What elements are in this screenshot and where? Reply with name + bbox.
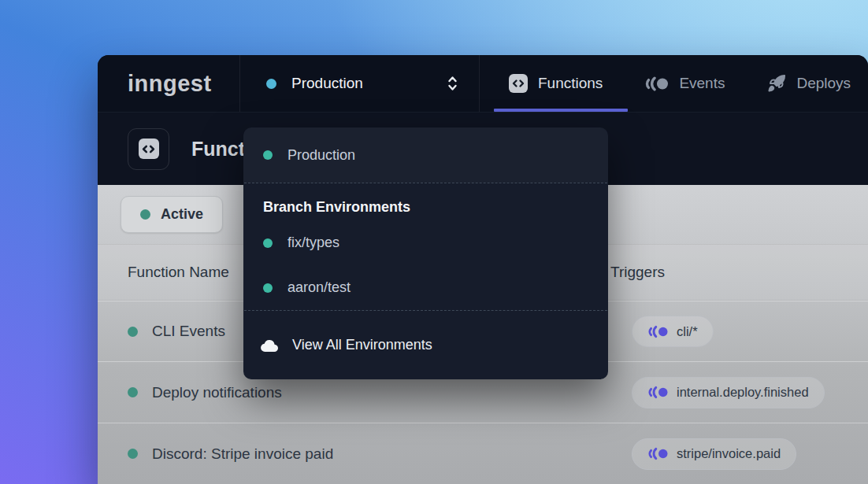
function-status-dot — [128, 387, 138, 397]
column-header-triggers: Triggers — [610, 264, 868, 281]
dropdown-divider — [244, 183, 607, 183]
function-name: CLI Events — [152, 323, 225, 340]
dropdown-item-branch[interactable]: fix/types — [243, 220, 608, 265]
inngest-logo: inngest — [128, 71, 212, 97]
dropdown-item-label: fix/types — [287, 235, 339, 251]
status-filter-label: Active — [161, 206, 203, 223]
tab-events[interactable]: Events — [645, 75, 725, 92]
function-status-dot — [128, 327, 138, 337]
function-name: Discord: Stripe invoice paid — [152, 445, 333, 463]
event-stream-icon — [645, 76, 669, 91]
page-icon-button[interactable] — [128, 128, 169, 170]
tab-functions-label: Functions — [538, 75, 603, 92]
top-nav: inngest Production — [98, 55, 868, 113]
trigger-badge: stripe/invoice.paid — [632, 438, 796, 470]
environment-status-dot — [263, 283, 273, 293]
event-stream-icon — [647, 447, 669, 460]
function-name-header-label: Function Name — [128, 264, 229, 281]
environment-status-dot — [263, 238, 273, 248]
environment-selector[interactable]: Production — [240, 55, 479, 112]
table-row[interactable]: Discord: Stripe invoice paid stripe/invo… — [98, 423, 868, 484]
tab-deploys[interactable]: Deploys — [767, 74, 851, 93]
inngest-app-window: inngest Production — [98, 55, 868, 484]
environment-dropdown-menu: Production Branch Environments fix/types… — [243, 127, 608, 379]
logo-container: inngest — [98, 55, 239, 112]
active-status-dot — [140, 209, 150, 220]
function-name: Deploy notifications — [152, 384, 282, 401]
dropdown-item-view-all-environments[interactable]: View All Environments — [243, 311, 608, 379]
triggers-header-label: Triggers — [610, 264, 665, 281]
status-filter-button[interactable]: Active — [121, 196, 223, 233]
environment-status-dot — [266, 79, 276, 89]
nav-tabs: Functions Events — [480, 55, 851, 112]
code-icon — [139, 139, 159, 159]
environment-status-dot — [263, 150, 273, 160]
tab-functions[interactable]: Functions — [509, 74, 603, 93]
trigger-badge-label: cli/* — [677, 324, 698, 339]
dropdown-item-label: Production — [287, 147, 355, 164]
trigger-badge-label: stripe/invoice.paid — [677, 446, 781, 461]
rocket-icon — [767, 74, 786, 93]
event-stream-icon — [647, 325, 669, 338]
trigger-badge: cli/* — [632, 316, 714, 347]
trigger-badge-label: internal.deploy.finished — [677, 385, 809, 400]
branch-environments-heading: Branch Environments — [263, 199, 608, 216]
tab-events-label: Events — [679, 75, 725, 92]
dropdown-item-label: View All Environments — [292, 337, 432, 353]
tab-deploys-label: Deploys — [796, 75, 851, 92]
dropdown-item-production[interactable]: Production — [243, 127, 608, 183]
event-stream-icon — [647, 386, 669, 399]
function-status-dot — [128, 449, 138, 459]
chevron-up-down-icon — [445, 75, 460, 92]
desktop-background: inngest Production — [0, 0, 868, 484]
dropdown-item-label: aaron/test — [287, 279, 351, 296]
active-tab-underline — [494, 109, 628, 112]
code-icon — [509, 74, 528, 93]
trigger-badge: internal.deploy.finished — [632, 377, 825, 408]
cloud-icon — [260, 338, 279, 353]
environment-selector-label: Production — [291, 75, 430, 92]
dropdown-item-branch[interactable]: aaron/test — [243, 265, 608, 310]
